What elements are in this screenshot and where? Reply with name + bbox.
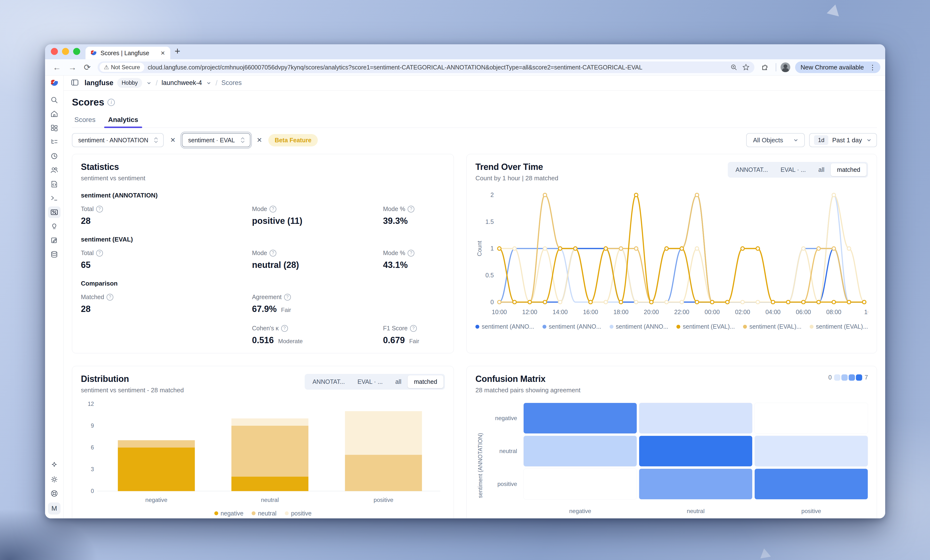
- trend-view-eval[interactable]: EVAL · ...: [774, 163, 812, 176]
- distribution-view-matched[interactable]: matched: [408, 375, 443, 388]
- user-avatar[interactable]: M: [48, 502, 60, 514]
- org-name[interactable]: langfuse: [85, 79, 113, 87]
- browser-tab[interactable]: Scores | Langfuse ×: [86, 47, 170, 59]
- org-switcher-chevron-icon[interactable]: [146, 80, 152, 86]
- help-icon[interactable]: [284, 294, 291, 301]
- help-icon[interactable]: [410, 325, 417, 332]
- breadcrumb-page[interactable]: Scores: [221, 79, 242, 87]
- annotation-icon[interactable]: [48, 235, 60, 246]
- tracing-icon[interactable]: [48, 136, 60, 148]
- confusion-cell[interactable]: [639, 403, 753, 434]
- evaluation-icon[interactable]: [48, 221, 60, 232]
- svg-text:9: 9: [91, 422, 94, 429]
- help-icon[interactable]: [96, 206, 103, 212]
- legend-item[interactable]: sentiment (EVAL)...: [743, 323, 801, 330]
- search-icon[interactable]: [48, 94, 60, 106]
- confusion-col-label: negative: [524, 502, 637, 514]
- browser-menu-icon[interactable]: ⋮: [867, 63, 878, 71]
- help-icon[interactable]: [408, 206, 414, 212]
- help-icon[interactable]: [269, 250, 276, 256]
- extensions-icon[interactable]: [761, 63, 769, 71]
- site-security-chip[interactable]: ⚠ Not Secure: [100, 63, 145, 72]
- forward-icon[interactable]: →: [65, 63, 79, 71]
- playground-icon[interactable]: [48, 192, 60, 204]
- project-switcher-chevron-icon[interactable]: [206, 80, 212, 86]
- ask-ai-spark-icon[interactable]: [48, 460, 60, 471]
- legend-item[interactable]: positive: [285, 510, 312, 517]
- help-icon[interactable]: [281, 325, 288, 332]
- reload-icon[interactable]: ⟳: [81, 63, 94, 71]
- settings-gear-icon[interactable]: [48, 474, 60, 485]
- confusion-cell[interactable]: [639, 436, 753, 466]
- legend-item[interactable]: sentiment (EVAL)...: [810, 323, 868, 330]
- help-icon[interactable]: [269, 206, 276, 212]
- new-tab-button[interactable]: +: [175, 46, 180, 56]
- svg-text:20:00: 20:00: [644, 308, 659, 315]
- bookmark-star-icon[interactable]: [742, 64, 750, 71]
- chrome-update-button[interactable]: New Chrome available ⋮: [795, 61, 880, 73]
- legend-item[interactable]: negative: [214, 510, 244, 517]
- datasets-icon[interactable]: [48, 249, 60, 260]
- distribution-card: Distribution sentiment vs sentiment - 28…: [72, 366, 454, 519]
- support-lifebuoy-icon[interactable]: [48, 488, 60, 499]
- tab-scores[interactable]: Scores: [73, 114, 96, 127]
- score1-value: sentiment · ANNOTATION: [78, 137, 148, 144]
- svg-text:neutral: neutral: [261, 497, 279, 503]
- address-bar[interactable]: ⚠ Not Secure cloud.langfuse.com/project/…: [98, 61, 754, 73]
- distribution-view-all[interactable]: all: [389, 375, 408, 388]
- zoom-page-icon[interactable]: [730, 64, 738, 71]
- legend-item[interactable]: sentiment (ANNO...: [542, 323, 601, 330]
- dashboards-icon[interactable]: [48, 122, 60, 134]
- legend-item[interactable]: sentiment (ANNO...: [476, 323, 534, 330]
- trend-view-annotation[interactable]: ANNOTAT...: [729, 163, 774, 176]
- scale-swatch: [834, 374, 841, 380]
- back-icon[interactable]: ←: [50, 63, 64, 71]
- stat-section-label: sentiment (EVAL): [81, 236, 445, 243]
- confusion-cell[interactable]: [754, 403, 868, 434]
- sessions-icon[interactable]: [48, 150, 60, 162]
- help-icon[interactable]: [96, 250, 103, 256]
- tab-analytics[interactable]: Analytics: [107, 114, 139, 127]
- clear-score2-icon[interactable]: ✕: [255, 135, 264, 145]
- date-range-select[interactable]: 1d Past 1 day: [809, 133, 877, 147]
- help-icon[interactable]: [106, 294, 113, 301]
- confusion-cell[interactable]: [754, 468, 868, 500]
- clear-score1-icon[interactable]: ✕: [168, 135, 177, 145]
- confusion-cell[interactable]: [524, 403, 637, 434]
- confusion-cell[interactable]: [524, 468, 637, 500]
- minimize-window-button[interactable]: [62, 48, 69, 55]
- info-icon[interactable]: [108, 99, 115, 106]
- home-icon[interactable]: [48, 108, 60, 120]
- browser-profile-avatar[interactable]: [781, 63, 790, 72]
- page-content: Scores Scores Analytics sentiment · ANNO…: [64, 91, 885, 519]
- distribution-view-annotation[interactable]: ANNOTAT...: [306, 375, 351, 388]
- close-tab-icon[interactable]: ×: [160, 49, 166, 57]
- score2-select[interactable]: sentiment · EVAL: [182, 133, 250, 147]
- score1-select[interactable]: sentiment · ANNOTATION: [72, 133, 164, 147]
- legend-item[interactable]: sentiment (EVAL)...: [676, 323, 735, 330]
- svg-text:6: 6: [91, 444, 94, 451]
- svg-text:06:00: 06:00: [796, 308, 811, 315]
- stat-modepct-annotation: Mode % 39.3%: [383, 206, 445, 226]
- legend-item[interactable]: sentiment (ANNO...: [610, 323, 668, 330]
- fullscreen-window-button[interactable]: [73, 48, 80, 55]
- confusion-row-label: positive: [485, 468, 522, 500]
- object-type-select[interactable]: All Objects: [746, 133, 805, 147]
- help-icon[interactable]: [408, 250, 414, 256]
- browser-toolbar: ← → ⟳ ⚠ Not Secure cloud.langfuse.com/pr…: [45, 59, 885, 75]
- scores-icon[interactable]: [48, 206, 60, 218]
- users-icon[interactable]: [48, 164, 60, 176]
- legend-item[interactable]: neutral: [252, 510, 276, 517]
- svg-text:1: 1: [490, 245, 494, 252]
- breadcrumb-project[interactable]: launchweek-4: [162, 79, 202, 87]
- trend-view-all[interactable]: all: [812, 163, 831, 176]
- confusion-cell[interactable]: [639, 468, 753, 500]
- confusion-cell[interactable]: [524, 436, 637, 466]
- confusion-cell[interactable]: [754, 436, 868, 466]
- distribution-view-eval[interactable]: EVAL · ...: [351, 375, 389, 388]
- close-window-button[interactable]: [51, 48, 58, 55]
- sidebar-toggle-icon[interactable]: [71, 78, 79, 88]
- trend-view-matched[interactable]: matched: [831, 163, 867, 176]
- svg-text:2: 2: [490, 192, 494, 198]
- prompts-icon[interactable]: [48, 178, 60, 190]
